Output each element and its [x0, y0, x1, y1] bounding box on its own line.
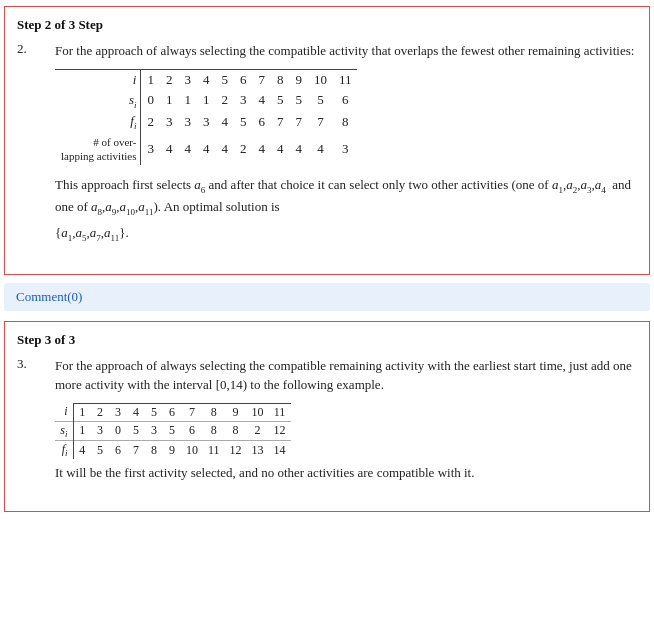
cell: 6 — [252, 111, 271, 133]
step3-content: For the approach of always selecting the… — [55, 356, 637, 491]
cell: 11 — [333, 69, 358, 90]
cell: 4 — [215, 133, 234, 166]
cell: 9 — [225, 403, 247, 421]
comment-bar[interactable]: Comment(0) — [4, 283, 650, 311]
table-row: fi 2 3 3 3 4 5 6 7 7 7 8 — [55, 111, 357, 133]
cell: 0 — [109, 421, 127, 440]
step2-num: 2. — [17, 41, 55, 57]
cell: 8 — [203, 421, 225, 440]
step2-section: Step 2 of 3 Step 2. For the approach of … — [4, 6, 650, 275]
cell: 6 — [163, 403, 181, 421]
step2-optimal: {a1,a5,a7,a11}. — [55, 223, 637, 245]
cell: 2 — [247, 421, 269, 440]
cell: 4 — [73, 440, 91, 459]
step3-table-container: i 1 2 3 4 5 6 7 8 9 10 11 — [55, 403, 637, 460]
cell: 4 — [197, 133, 216, 166]
cell: 10 — [308, 69, 333, 90]
row-label-i: i — [55, 69, 141, 90]
table-row: i 1 2 3 4 5 6 7 8 9 10 11 — [55, 69, 357, 90]
cell: 2 — [141, 111, 160, 133]
cell: 4 — [197, 69, 216, 90]
cell: 3 — [333, 133, 358, 166]
cell: 0 — [141, 90, 160, 112]
cell: 4 — [215, 111, 234, 133]
cell: 5 — [308, 90, 333, 112]
cell: 2 — [91, 403, 109, 421]
cell: 7 — [181, 403, 203, 421]
step3-num: 3. — [17, 356, 55, 372]
step2-header: Step 2 of 3 Step — [17, 17, 637, 33]
cell: 7 — [308, 111, 333, 133]
cell: 1 — [73, 403, 91, 421]
cell: 4 — [127, 403, 145, 421]
cell: 4 — [308, 133, 333, 166]
cell: 3 — [160, 111, 179, 133]
cell: 7 — [252, 69, 271, 90]
cell: 3 — [197, 111, 216, 133]
cell: 3 — [145, 421, 163, 440]
step3-text1: For the approach of always selecting the… — [55, 356, 637, 395]
cell: 13 — [247, 440, 269, 459]
cell: 2 — [215, 90, 234, 112]
cell: 14 — [269, 440, 291, 459]
step2-text1: For the approach of always selecting the… — [55, 41, 637, 61]
cell: 5 — [271, 90, 290, 112]
table-row: i 1 2 3 4 5 6 7 8 9 10 11 — [55, 403, 291, 421]
cell: 3 — [178, 111, 197, 133]
cell: 12 — [225, 440, 247, 459]
cell: 5 — [163, 421, 181, 440]
cell: 6 — [181, 421, 203, 440]
cell: 8 — [145, 440, 163, 459]
cell: 7 — [127, 440, 145, 459]
cell: 7 — [289, 111, 308, 133]
cell: 3 — [178, 69, 197, 90]
cell: 4 — [252, 133, 271, 166]
cell: 12 — [269, 421, 291, 440]
table-row: fi 4 5 6 7 8 9 10 11 12 13 14 — [55, 440, 291, 459]
step2-table-container: i 1 2 3 4 5 6 7 8 9 10 11 — [55, 69, 637, 166]
cell: 6 — [109, 440, 127, 459]
cell: 3 — [234, 90, 253, 112]
step2-desc: This approach first selects a6 and after… — [55, 175, 637, 219]
cell: 1 — [197, 90, 216, 112]
cell: 9 — [163, 440, 181, 459]
cell: 2 — [160, 69, 179, 90]
step2-table: i 1 2 3 4 5 6 7 8 9 10 11 — [55, 69, 357, 166]
cell: 5 — [289, 90, 308, 112]
cell: 7 — [271, 111, 290, 133]
cell: 1 — [141, 69, 160, 90]
cell: 6 — [333, 90, 358, 112]
cell: 1 — [73, 421, 91, 440]
cell: 4 — [160, 133, 179, 166]
cell-fi: fi — [55, 440, 73, 459]
step3-problem-row: 3. For the approach of always selecting … — [17, 356, 637, 491]
cell: 1 — [178, 90, 197, 112]
table-row: si 1 3 0 5 3 5 6 8 8 2 12 — [55, 421, 291, 440]
cell: 8 — [225, 421, 247, 440]
step3-table: i 1 2 3 4 5 6 7 8 9 10 11 — [55, 403, 291, 460]
cell: 5 — [127, 421, 145, 440]
cell: 2 — [234, 133, 253, 166]
cell-i: i — [55, 403, 73, 421]
cell: 5 — [234, 111, 253, 133]
cell: 3 — [91, 421, 109, 440]
step3-section: Step 3 of 3 3. For the approach of alway… — [4, 321, 650, 512]
cell: 4 — [289, 133, 308, 166]
cell: 10 — [247, 403, 269, 421]
cell: 8 — [203, 403, 225, 421]
table-row: # of over-lapping activities 3 4 4 4 4 2… — [55, 133, 357, 166]
step3-text2: It will be the first activity selected, … — [55, 463, 637, 483]
cell: 1 — [160, 90, 179, 112]
step2-content: For the approach of always selecting the… — [55, 41, 637, 254]
row-label-fi: fi — [55, 111, 141, 133]
cell: 8 — [271, 69, 290, 90]
cell: 4 — [252, 90, 271, 112]
cell: 11 — [269, 403, 291, 421]
cell: 5 — [145, 403, 163, 421]
cell: 11 — [203, 440, 225, 459]
cell: 6 — [234, 69, 253, 90]
cell: 3 — [109, 403, 127, 421]
row-label-overlap: # of over-lapping activities — [55, 133, 141, 166]
cell: 4 — [271, 133, 290, 166]
cell: 3 — [141, 133, 160, 166]
